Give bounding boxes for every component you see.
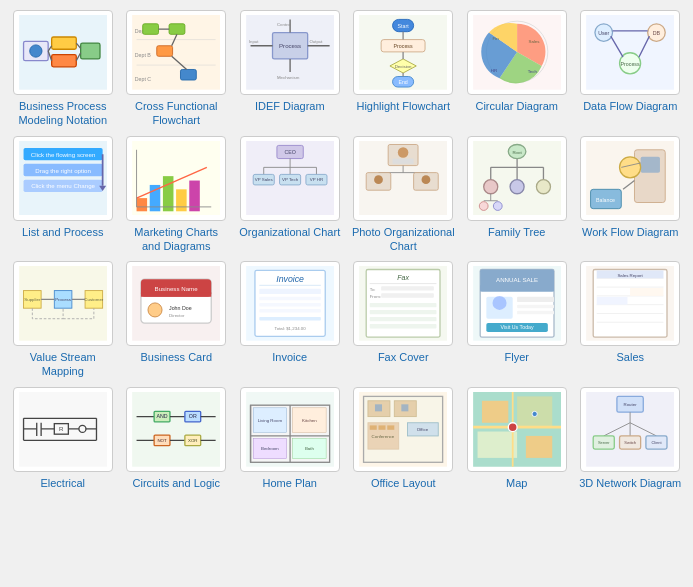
svg-text:Bedroom: Bedroom [261, 446, 279, 451]
svg-text:Start: Start [398, 23, 410, 29]
svg-point-2 [29, 45, 41, 57]
diagram-thumb-fax-cover: Fax To: From: [353, 261, 453, 346]
svg-text:Output: Output [309, 39, 323, 44]
svg-rect-143 [148, 303, 162, 317]
svg-rect-4 [51, 55, 76, 67]
diagram-thumb-marketing-charts [126, 136, 226, 221]
diagram-item-data-flow-diagram[interactable]: User DB Process Data Flow Diagram [578, 10, 684, 128]
diagram-label-list-and-process: List and Process [22, 225, 103, 239]
svg-point-101 [374, 175, 383, 184]
diagram-thumb-circular-diagram: Sales Tech HR Fin [467, 10, 567, 95]
svg-rect-154 [259, 317, 321, 321]
diagram-item-value-stream[interactable]: Supplier Process Customer Value Stream M… [10, 261, 116, 379]
diagram-item-workflow-diagram[interactable]: Balance Work Flow Diagram [578, 136, 684, 254]
diagram-label-electrical: Electrical [40, 476, 85, 490]
diagram-label-idef-diagram: IDEF Diagram [255, 99, 325, 113]
svg-text:NOT: NOT [158, 438, 168, 443]
svg-text:Total: $1,234.00: Total: $1,234.00 [274, 326, 306, 331]
diagram-item-fax-cover[interactable]: Fax To: From: Fax Cover [351, 261, 457, 379]
svg-rect-249 [482, 401, 508, 423]
diagram-item-family-tree[interactable]: Root Family Tree [464, 136, 570, 254]
diagram-thumb-family-tree: Root [467, 136, 567, 221]
svg-rect-191 [630, 288, 663, 296]
diagram-item-circuits-logic[interactable]: AND OR NOT XOR Circuits and Logic [124, 387, 230, 490]
diagram-thumb-sales: Sales Report [580, 261, 680, 346]
svg-rect-3 [51, 37, 76, 49]
diagram-item-idef-diagram[interactable]: Process Input Output Control Mechanism I… [237, 10, 343, 128]
svg-rect-19 [181, 70, 197, 81]
svg-text:Living Room: Living Room [257, 418, 282, 423]
svg-rect-74 [163, 176, 174, 211]
diagram-item-marketing-charts[interactable]: Marketing Charts and Diagrams [124, 136, 230, 254]
diagram-item-3d-network[interactable]: Router Server Switch Client 3D Network D… [578, 387, 684, 490]
svg-text:Mechanism: Mechanism [277, 75, 300, 80]
svg-rect-239 [401, 404, 408, 411]
svg-text:Bath: Bath [305, 446, 315, 451]
svg-text:Server: Server [598, 440, 610, 445]
diagram-label-sales: Sales [616, 350, 644, 364]
svg-rect-206 [132, 392, 220, 467]
diagram-thumb-3d-network: Router Server Switch Client [580, 387, 680, 472]
svg-text:Decision: Decision [395, 64, 412, 69]
svg-text:Click the flowing screen: Click the flowing screen [30, 151, 95, 158]
diagram-label-circuits-logic: Circuits and Logic [133, 476, 220, 490]
svg-text:Process: Process [394, 43, 413, 49]
diagram-item-photo-org-chart[interactable]: Photo Organizational Chart [351, 136, 457, 254]
svg-text:OR: OR [189, 413, 197, 419]
svg-text:Drag the right option: Drag the right option [35, 166, 91, 173]
diagram-label-photo-org-chart: Photo Organizational Chart [351, 225, 456, 254]
svg-rect-17 [169, 24, 185, 35]
svg-text:Sales: Sales [528, 39, 540, 44]
diagram-label-marketing-charts: Marketing Charts and Diagrams [124, 225, 229, 254]
diagram-label-invoice: Invoice [272, 350, 307, 364]
diagram-item-cross-functional[interactable]: Dept A Dept B Dept C Cross Functional Fl… [124, 10, 230, 128]
diagram-item-office-layout[interactable]: Conference Office Office Layout [351, 387, 457, 490]
svg-rect-163 [381, 294, 434, 298]
diagram-item-flyer[interactable]: ANNUAL SALE Visit Us Today Flyer [464, 261, 570, 379]
svg-text:VP Sales: VP Sales [254, 177, 273, 182]
svg-text:John Doe: John Doe [169, 305, 192, 311]
diagram-item-highlight-flowchart[interactable]: Start Process Decision End Highlight Flo… [351, 10, 457, 128]
diagram-thumb-flyer: ANNUAL SALE Visit Us Today [467, 261, 567, 346]
svg-text:XOR: XOR [188, 438, 197, 443]
svg-text:Visit Us Today: Visit Us Today [500, 325, 534, 331]
diagram-item-home-plan[interactable]: Living Room Kitchen Bedroom Bath Home Pl… [237, 387, 343, 490]
diagram-thumb-cross-functional: Dept A Dept B Dept C [126, 10, 226, 95]
svg-text:User: User [598, 30, 609, 36]
diagram-item-business-process[interactable]: Business Process Modeling Notation [10, 10, 116, 128]
svg-point-96 [398, 147, 409, 158]
svg-text:Office: Office [417, 427, 429, 432]
diagram-item-list-and-process[interactable]: Click the flowing screen Drag the right … [10, 136, 116, 254]
svg-text:Kitchen: Kitchen [302, 418, 317, 423]
svg-point-114 [483, 179, 497, 193]
svg-text:Dept C: Dept C [135, 76, 152, 82]
svg-rect-75 [176, 189, 187, 211]
svg-rect-166 [370, 317, 437, 321]
diagram-thumb-circuits-logic: AND OR NOT XOR [126, 387, 226, 472]
diagram-thumb-data-flow-diagram: User DB Process [580, 10, 680, 95]
diagram-thumb-invoice: Invoice Total: $1,234.00 [240, 261, 340, 346]
svg-point-120 [493, 201, 502, 210]
diagram-label-home-plan: Home Plan [263, 476, 317, 490]
diagram-thumb-business-process [13, 10, 113, 95]
diagram-item-map[interactable]: Map [464, 387, 570, 490]
svg-rect-175 [517, 297, 554, 302]
diagram-item-org-chart[interactable]: CEO VP Sales VP Tech VP HR Organizationa… [237, 136, 343, 254]
svg-rect-252 [526, 436, 552, 458]
svg-text:End: End [399, 79, 408, 85]
svg-point-255 [508, 423, 517, 432]
svg-point-115 [510, 179, 524, 193]
diagram-thumb-office-layout: Conference Office [353, 387, 453, 472]
diagram-thumb-home-plan: Living Room Kitchen Bedroom Bath [240, 387, 340, 472]
diagram-label-org-chart: Organizational Chart [239, 225, 340, 239]
diagram-item-invoice[interactable]: Invoice Total: $1,234.00 Invoice [237, 261, 343, 379]
svg-text:R: R [59, 425, 64, 432]
diagram-item-electrical[interactable]: R Electrical [10, 387, 116, 490]
svg-text:Sales Report: Sales Report [618, 273, 644, 278]
svg-text:VP Tech: VP Tech [282, 177, 299, 182]
svg-text:HR: HR [490, 68, 496, 73]
diagram-item-sales[interactable]: Sales Report Sales [578, 261, 684, 379]
svg-point-256 [532, 411, 537, 416]
diagram-item-business-card[interactable]: Business Name John Doe Director Business… [124, 261, 230, 379]
diagram-item-circular-diagram[interactable]: Sales Tech HR Fin Circular Diagram [464, 10, 570, 128]
